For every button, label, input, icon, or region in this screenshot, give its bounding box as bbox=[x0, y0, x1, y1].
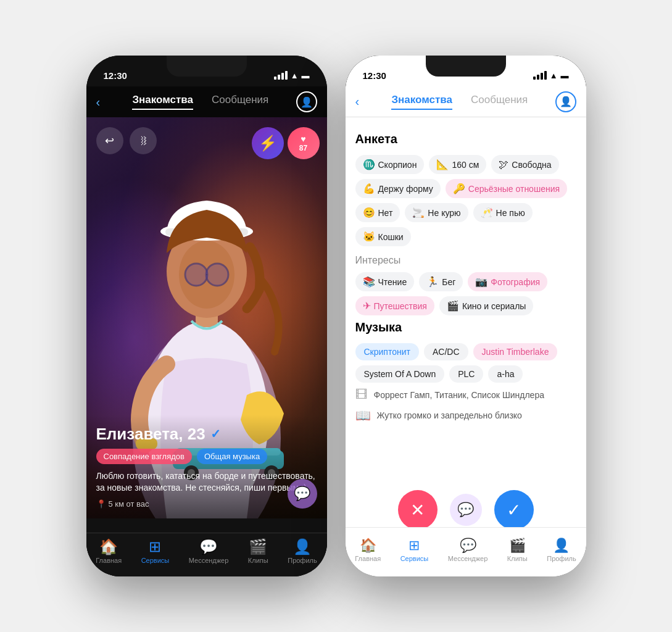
clips-icon-2: 🎬 bbox=[509, 538, 526, 554]
notch bbox=[167, 56, 247, 77]
location: 📍 5 км от вас bbox=[96, 499, 317, 509]
status-icons-2: ▲ ▬ bbox=[533, 71, 569, 80]
tag-relationship: 🔑 Серьёзные отношения bbox=[446, 179, 567, 198]
nav-item-profile-1[interactable]: 👤 Профиль bbox=[288, 538, 317, 564]
battery-icon: ▬ bbox=[302, 71, 310, 80]
music-plc: PLC bbox=[449, 365, 483, 383]
filter-button[interactable]: ⧚ bbox=[130, 127, 157, 154]
nav-item-messenger-2[interactable]: 💬 Мессенджер bbox=[448, 538, 488, 562]
services-label-2: Сервисы bbox=[400, 555, 429, 562]
messenger-icon-2: 💬 bbox=[460, 538, 476, 554]
time-2: 12:30 bbox=[363, 70, 386, 81]
scorpio-emoji: ♏ bbox=[363, 159, 375, 170]
fit-text: Держу форму bbox=[378, 184, 433, 194]
reading-text: Чтение bbox=[378, 277, 407, 287]
clips-label-1: Клипы bbox=[248, 557, 268, 564]
nav-item-profile-2[interactable]: 👤 Профиль bbox=[547, 538, 576, 562]
music-title: Музыка bbox=[355, 320, 576, 335]
pets-text: Кошки bbox=[378, 232, 404, 242]
tag-smoke: 🚬 Не курю bbox=[405, 203, 468, 222]
cinema-text: Кино и сериалы bbox=[462, 301, 526, 311]
status-icons-1: ▲ ▬ bbox=[274, 71, 310, 80]
music-skrip: Скриптонит bbox=[355, 343, 419, 360]
time-1: 12:30 bbox=[104, 70, 127, 81]
bottom-nav-2: 🏠 Главная ⊞ Сервисы 💬 Мессенджер 🎬 Клипы… bbox=[346, 527, 586, 576]
music-acdc: AC/DC bbox=[424, 343, 468, 360]
kids-text: Нет bbox=[378, 208, 393, 218]
smoke-text: Не курю bbox=[428, 208, 460, 218]
card-controls: ↩ ⧚ bbox=[96, 127, 157, 154]
music-aha: a-ha bbox=[488, 365, 523, 383]
nav-item-services-2[interactable]: ⊞ Сервисы bbox=[400, 538, 429, 562]
nav-item-clips-2[interactable]: 🎬 Клипы bbox=[507, 538, 528, 562]
phone-2-screen: 12:30 ▲ ▬ ‹ Знакомства Сообщения 👤 bbox=[346, 56, 586, 576]
pets-emoji: 🐱 bbox=[363, 231, 375, 243]
nav-item-services-1[interactable]: ⊞ Сервисы bbox=[141, 538, 170, 564]
messenger-icon-1: 💬 bbox=[199, 538, 218, 555]
tab-znakomstva-1[interactable]: Знакомства bbox=[132, 94, 193, 110]
chat-bubble-button[interactable]: 💬 bbox=[288, 479, 317, 509]
tab-soobsheniya-2[interactable]: Сообщения bbox=[471, 94, 528, 110]
tag-free: 🕊 Свободна bbox=[491, 155, 558, 174]
message-button[interactable]: 💬 bbox=[450, 494, 482, 526]
reject-button[interactable]: ✕ bbox=[398, 490, 438, 530]
back-button-1[interactable]: ‹ bbox=[96, 95, 101, 109]
home-label-2: Главная bbox=[355, 555, 381, 562]
free-text: Свободна bbox=[512, 160, 551, 170]
running-text: Бег bbox=[442, 277, 455, 287]
kids-emoji: 😊 bbox=[363, 207, 375, 218]
anketa-tags-row-2: 💪 Держу форму 🔑 Серьёзные отношения bbox=[355, 179, 576, 198]
match-tag-music: Общая музыка bbox=[197, 449, 267, 464]
drink-emoji: 🥂 bbox=[481, 207, 493, 218]
tag-reading: 📚 Чтение bbox=[355, 272, 415, 291]
back-button-2[interactable]: ‹ bbox=[355, 94, 360, 109]
rel-emoji: 🔑 bbox=[453, 183, 465, 194]
rewind-button[interactable]: ↩ bbox=[96, 127, 123, 154]
battery-icon-2: ▬ bbox=[561, 71, 569, 80]
nav-item-home-1[interactable]: 🏠 Главная bbox=[96, 538, 122, 564]
phone-1-screen: 12:30 ▲ ▬ ‹ Знакомства Сообщения 👤 bbox=[86, 56, 327, 576]
music-soad: System Of A Down bbox=[355, 365, 445, 383]
nav-tabs-1: Знакомства Сообщения bbox=[105, 94, 296, 110]
tag-height: 📐 160 см bbox=[429, 155, 486, 174]
profile-icon-2[interactable]: 👤 bbox=[555, 91, 576, 112]
anketa-tags-row-1: ♏ Скорпион 📐 160 см 🕊 Свободна bbox=[355, 155, 576, 174]
bio-text: Люблю готовить, кататься на борде и путе… bbox=[96, 470, 317, 494]
signal-icon-2 bbox=[533, 71, 547, 80]
interests-row-1: 📚 Чтение 🏃 Бег 📷 Фотография bbox=[355, 272, 576, 291]
nav-item-messenger-1[interactable]: 💬 Мессенджер bbox=[189, 538, 229, 564]
tab-znakomstva-2[interactable]: Знакомства bbox=[391, 94, 452, 110]
boost-icon: ⚡ bbox=[259, 135, 277, 152]
tab-soobsheniya-1[interactable]: Сообщения bbox=[212, 94, 268, 110]
nav-item-home-2[interactable]: 🏠 Главная bbox=[355, 538, 381, 562]
signal-icon bbox=[274, 71, 288, 80]
phone-1: 12:30 ▲ ▬ ‹ Знакомства Сообщения 👤 bbox=[86, 56, 327, 576]
scorpio-text: Скорпион bbox=[378, 160, 417, 170]
services-icon-1: ⊞ bbox=[149, 538, 161, 555]
home-icon-1: 🏠 bbox=[99, 538, 118, 555]
boost-button[interactable]: ⚡ bbox=[252, 127, 284, 159]
bottom-nav-1: 🏠 Главная ⊞ Сервисы 💬 Мессенджер 🎬 Клипы… bbox=[86, 533, 327, 576]
like-counter[interactable]: ♥ 87 bbox=[288, 127, 320, 159]
dating-card: ↩ ⧚ ⚡ ♥ 87 Елизавета, 23 ✓ Совпадение вз… bbox=[86, 117, 327, 518]
user-name: Елизавета, 23 ✓ bbox=[96, 425, 317, 444]
drink-text: Не пью bbox=[496, 208, 525, 218]
music-tags-row-2: System Of A Down PLC a-ha bbox=[355, 365, 576, 383]
nav-tabs-2: Знакомства Сообщения bbox=[364, 94, 555, 110]
profile-nav-label-2: Профиль bbox=[547, 555, 576, 562]
tag-running: 🏃 Бег bbox=[419, 272, 463, 291]
svg-point-18 bbox=[206, 264, 228, 286]
profile-icon-1[interactable]: 👤 bbox=[296, 91, 317, 112]
tag-scorpio: ♏ Скорпион bbox=[355, 155, 425, 174]
tag-travel: ✈ Путешествия bbox=[355, 296, 434, 315]
profile-nav-label-1: Профиль bbox=[288, 557, 317, 564]
travel-text: Путешествия bbox=[374, 301, 427, 311]
accept-button[interactable]: ✓ bbox=[494, 490, 534, 530]
clips-label-2: Клипы bbox=[507, 555, 528, 562]
anketa-title: Анкета bbox=[355, 132, 576, 146]
anketa-tags-row-3: 😊 Нет 🚬 Не курю 🥂 Не пью bbox=[355, 203, 576, 222]
nav-header-1: ‹ Знакомства Сообщения 👤 bbox=[86, 86, 327, 117]
messenger-label-1: Мессенджер bbox=[189, 557, 229, 564]
nav-item-clips-1[interactable]: 🎬 Клипы bbox=[248, 538, 268, 564]
location-icon: 📍 bbox=[96, 499, 106, 509]
